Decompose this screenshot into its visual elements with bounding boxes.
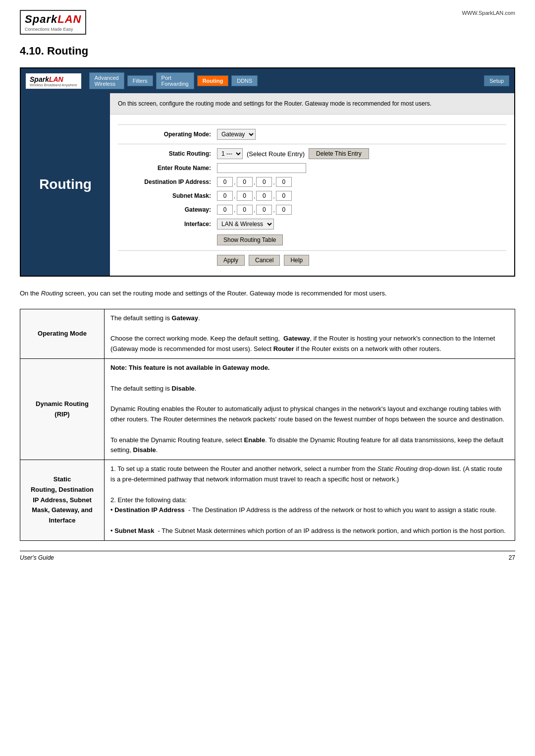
gateway-bold: Gateway <box>172 314 198 322</box>
logo-tagline: Connections Made Easy <box>25 27 81 32</box>
gdot-1: . <box>234 206 236 214</box>
nav-tab-advanced-wireless[interactable]: AdvancedWireless <box>89 72 124 89</box>
action-buttons-row: Apply Cancel Help <box>118 255 506 266</box>
route-name-input[interactable] <box>217 163 306 173</box>
gateway-value: . . . <box>217 205 292 215</box>
static-routing-select[interactable]: 1 --- <box>217 148 243 159</box>
static-routing-label: Static Routing: <box>118 150 217 157</box>
dot-3: . <box>273 178 275 186</box>
interface-row: Interface: LAN & Wireless WAN <box>118 219 506 230</box>
dest-ip-bold: Destination IP Address <box>114 506 185 514</box>
router-logo-lan: LAN <box>49 75 63 83</box>
logo-box: SparkLAN Connections Made Easy <box>20 10 86 35</box>
dest-ip-4[interactable] <box>276 177 292 187</box>
page-title: 4.10. Routing <box>20 45 515 58</box>
logo-text: SparkLAN <box>25 13 81 26</box>
static-routing-cell-content: 1. To set up a static route between the … <box>105 460 515 541</box>
gdot-3: . <box>273 206 275 214</box>
subnet-2[interactable] <box>237 191 253 201</box>
nav-tab-setup[interactable]: Setup <box>484 75 509 86</box>
subnet-mask-bold: Subnet Mask <box>114 527 154 534</box>
sdot-1: . <box>234 192 236 200</box>
company-logo: SparkLAN Connections Made Easy <box>20 10 86 35</box>
disable-bold-2: Disable <box>133 446 156 454</box>
page-description: On the Routing screen, you can set the r… <box>20 289 515 299</box>
show-routing-table-value: Show Routing Table <box>217 234 283 245</box>
page-header: SparkLAN Connections Made Easy WWW.Spark… <box>20 10 515 35</box>
divider-1 <box>118 124 506 125</box>
table-row-dynamic-routing: Dynamic Routing(RIP) Note: This feature … <box>20 358 515 460</box>
action-buttons-value: Apply Cancel Help <box>217 255 309 266</box>
divider-2 <box>118 144 506 144</box>
destination-ip-row: Destination IP Address: . . . <box>118 177 506 187</box>
table-row-static-routing: StaticRouting, DestinationIP Address, Su… <box>20 460 515 541</box>
operating-mode-cell-content: The default setting is Gateway. Choose t… <box>105 309 515 358</box>
subnet-mask-row: Subnet Mask: . . . <box>118 191 506 201</box>
enable-bold: Enable <box>244 436 266 444</box>
operating-mode-label: Operating Mode: <box>118 131 217 138</box>
help-button[interactable]: Help <box>284 255 309 266</box>
website-url: WWW.SparkLAN.com <box>462 10 515 16</box>
dynamic-routing-cell-label: Dynamic Routing(RIP) <box>20 358 105 460</box>
operating-mode-value: Gateway Router <box>217 129 256 140</box>
footer-page-number: 27 <box>509 554 515 561</box>
apply-button[interactable]: Apply <box>217 255 245 266</box>
interface-select[interactable]: LAN & Wireless WAN <box>217 219 274 230</box>
router-fields: Operating Mode: Gateway Router Static Ro… <box>110 115 514 276</box>
router-logo: SparkLAN Wireless Broadband Anywhere <box>26 73 81 89</box>
sdot-2: . <box>254 192 256 200</box>
divider-3 <box>118 250 506 251</box>
router-logo-spark: Spark <box>30 75 49 83</box>
subnet-1[interactable] <box>217 191 233 201</box>
dest-ip-1[interactable] <box>217 177 233 187</box>
dest-ip-2[interactable] <box>237 177 253 187</box>
delete-entry-button[interactable]: Delete This Entry <box>309 148 369 159</box>
routing-italic: Routing <box>41 290 63 297</box>
sdot-3: . <box>273 192 275 200</box>
enter-route-name-row: Enter Route Name: <box>118 163 506 173</box>
dest-ip-3[interactable] <box>256 177 272 187</box>
router-description: On this screen, configure the routing mo… <box>110 93 514 115</box>
router-content-area: Routing On this screen, configure the ro… <box>21 93 514 276</box>
subnet-mask-label: Subnet Mask: <box>118 192 217 199</box>
gw-3[interactable] <box>256 205 272 215</box>
router-bold: Router <box>273 345 294 352</box>
subnet-4[interactable] <box>276 191 292 201</box>
dot-1: . <box>234 178 236 186</box>
router-sidebar: Routing <box>21 93 110 276</box>
static-routing-italic: Static Routing <box>377 465 418 472</box>
select-route-entry-label: (Select Route Entry) <box>247 150 305 158</box>
show-routing-table-row: Show Routing Table <box>118 234 506 245</box>
nav-tab-filters[interactable]: Filters <box>127 75 153 86</box>
show-routing-table-button[interactable]: Show Routing Table <box>217 234 283 245</box>
operating-mode-select[interactable]: Gateway Router <box>217 129 256 140</box>
destination-ip-label: Destination IP Address: <box>118 178 217 185</box>
nav-tab-routing[interactable]: Routing <box>197 75 229 86</box>
info-table: Operating Mode The default setting is Ga… <box>20 309 515 541</box>
operating-mode-row: Operating Mode: Gateway Router <box>118 129 506 140</box>
nav-tab-ddns[interactable]: DDNS <box>231 75 258 86</box>
enter-route-name-value <box>217 163 306 173</box>
logo-spark: Spark <box>25 13 57 25</box>
logo-lan: LAN <box>57 13 81 25</box>
static-routing-cell-label: StaticRouting, DestinationIP Address, Su… <box>20 460 105 541</box>
interface-label: Interface: <box>118 221 217 228</box>
disable-bold-1: Disable <box>172 385 195 392</box>
gw-4[interactable] <box>276 205 292 215</box>
cancel-button[interactable]: Cancel <box>249 255 280 266</box>
gw-1[interactable] <box>217 205 233 215</box>
router-ui-box: SparkLAN Wireless Broadband Anywhere Adv… <box>20 67 515 277</box>
table-row-operating-mode: Operating Mode The default setting is Ga… <box>20 309 515 358</box>
static-routing-bold: StaticRouting, DestinationIP Address, Su… <box>31 475 94 524</box>
subnet-3[interactable] <box>256 191 272 201</box>
router-logo-tagline: Wireless Broadband Anywhere <box>30 83 77 87</box>
gdot-2: . <box>254 206 256 214</box>
sidebar-routing-title: Routing <box>39 176 92 192</box>
page-footer: User's Guide 27 <box>20 551 515 561</box>
static-routing-row: Static Routing: 1 --- (Select Route Entr… <box>118 148 506 159</box>
interface-value: LAN & Wireless WAN <box>217 219 274 230</box>
gw-2[interactable] <box>237 205 253 215</box>
gateway-bold-2: Gateway <box>283 335 310 342</box>
nav-tab-port-forwarding[interactable]: PortForwarding <box>156 72 194 89</box>
router-logo-text: SparkLAN <box>30 75 77 83</box>
